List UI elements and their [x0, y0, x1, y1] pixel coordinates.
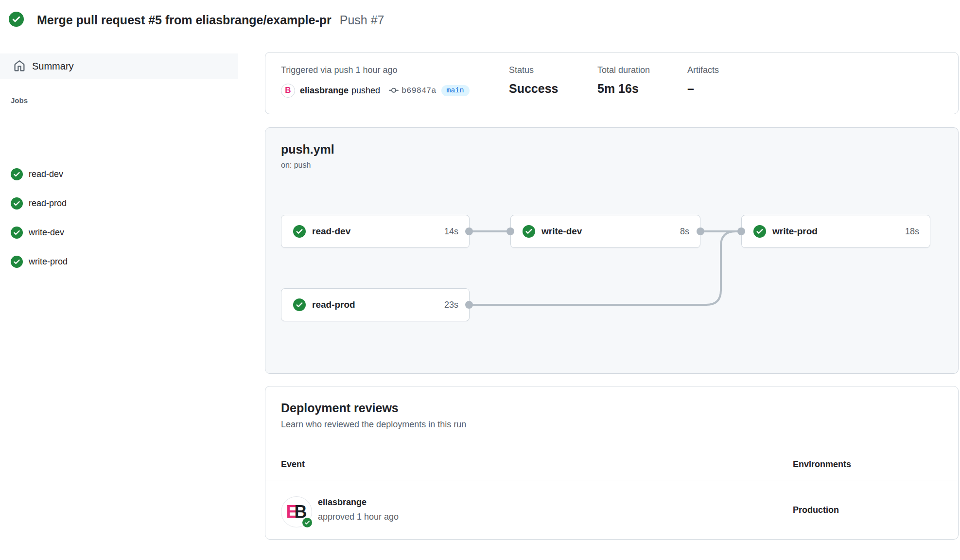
jobs-section-label: Jobs	[11, 96, 28, 105]
node-duration: 14s	[444, 227, 458, 237]
approved-check-icon	[301, 517, 313, 528]
actor-link[interactable]: eliasbrange	[300, 86, 349, 96]
run-header: Merge pull request #5 from eliasbrange/e…	[0, 0, 960, 44]
job-label: write-dev	[29, 228, 64, 238]
sidebar-job-read-prod[interactable]: read-prod	[0, 193, 238, 213]
sidebar-job-read-dev[interactable]: read-dev	[0, 164, 238, 184]
sidebar-item-summary[interactable]: Summary	[0, 53, 238, 79]
column-header-environments: Environments	[793, 459, 851, 470]
node-label: read-dev	[312, 226, 350, 237]
success-check-icon	[9, 12, 24, 27]
actor-row: B eliasbrange pushed b69847a main	[281, 83, 470, 98]
commit-sha-link[interactable]: b69847a	[401, 86, 436, 95]
success-check-icon	[11, 256, 23, 268]
workflow-node-read-prod[interactable]: read-prod 23s	[281, 288, 470, 321]
avatar-initial: B	[285, 86, 291, 95]
workflow-trigger: on: push	[281, 161, 311, 170]
success-check-icon	[523, 225, 535, 238]
success-check-icon	[11, 168, 23, 180]
node-label: write-dev	[541, 226, 582, 237]
node-duration: 23s	[444, 300, 458, 310]
run-info-card: Triggered via push 1 hour ago B eliasbra…	[265, 52, 959, 114]
actor-verb: pushed	[351, 86, 380, 96]
workflow-node-write-dev[interactable]: write-dev 8s	[510, 215, 700, 248]
node-label: write-prod	[772, 226, 818, 237]
run-attempt-text: Push #7	[340, 13, 384, 27]
home-icon	[14, 60, 25, 72]
deployment-reviews-card: Deployment reviews Learn who reviewed th…	[265, 386, 959, 540]
workflow-node-read-dev[interactable]: read-dev 14s	[281, 215, 470, 248]
status-label: Status	[509, 65, 534, 75]
reviews-title: Deployment reviews	[281, 401, 399, 415]
job-label: read-prod	[29, 198, 67, 209]
workflow-graph-card: push.yml on: push read-dev 14s write-dev…	[265, 127, 959, 374]
environment-link[interactable]: Production	[793, 505, 839, 515]
workflow-file-name: push.yml	[281, 142, 334, 157]
status-value: Success	[509, 82, 558, 96]
column-header-event: Event	[281, 459, 305, 470]
sidebar-job-write-prod[interactable]: write-prod	[0, 252, 238, 271]
node-duration: 18s	[905, 227, 919, 237]
duration-label: Total duration	[597, 65, 650, 75]
avatar[interactable]: B	[281, 84, 295, 98]
reviews-subtitle: Learn who reviewed the deployments in th…	[281, 420, 466, 430]
artifacts-value: –	[687, 82, 694, 96]
trigger-text: Triggered via push 1 hour ago	[281, 65, 397, 75]
success-check-icon	[753, 225, 766, 238]
review-action-text: approved 1 hour ago	[318, 512, 399, 522]
page-title: Merge pull request #5 from eliasbrange/e…	[37, 13, 384, 27]
sidebar-job-write-dev[interactable]: write-dev	[0, 223, 238, 242]
job-label: read-dev	[29, 169, 63, 179]
artifacts-label: Artifacts	[687, 65, 719, 75]
workflow-node-write-prod[interactable]: write-prod 18s	[741, 215, 930, 248]
node-duration: 8s	[680, 227, 689, 237]
git-commit-icon	[389, 86, 399, 95]
table-divider	[265, 480, 958, 480]
job-label: write-prod	[29, 257, 68, 267]
success-check-icon	[293, 225, 306, 238]
sidebar-summary-label: Summary	[32, 61, 74, 72]
node-label: read-prod	[312, 299, 355, 310]
success-check-icon	[11, 227, 23, 239]
run-title-text: Merge pull request #5 from eliasbrange/e…	[37, 13, 332, 27]
reviewer-name-link[interactable]: eliasbrange	[318, 497, 367, 508]
success-check-icon	[11, 197, 23, 210]
success-check-icon	[293, 298, 306, 311]
workflow-edges	[265, 128, 958, 373]
duration-value: 5m 16s	[597, 82, 639, 96]
branch-badge[interactable]: main	[441, 85, 470, 96]
